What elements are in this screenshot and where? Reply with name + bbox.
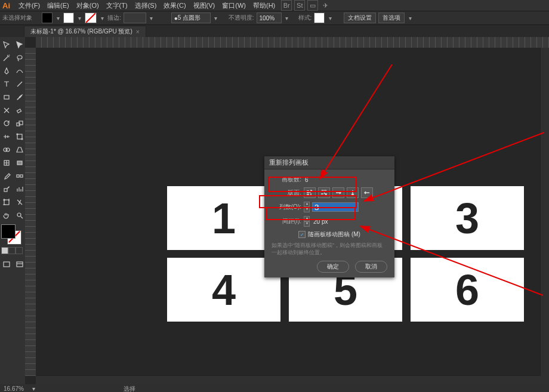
rotate-tool[interactable] [0,117,13,130]
stroke-dropdown[interactable]: ▾ [76,15,82,21]
gradient-tool[interactable] [13,156,26,169]
brush-field[interactable]: ● 5 点圆形 [171,13,211,23]
lasso-tool[interactable] [13,51,26,64]
color-modes[interactable] [1,247,26,254]
menu-type[interactable]: 文字(T) [103,1,131,10]
selection-tool[interactable] [0,38,13,51]
preferences-button[interactable]: 首选项 [378,13,405,23]
direct-selection-tool[interactable] [13,38,26,51]
pen-tool[interactable] [0,64,13,78]
svg-point-16 [17,213,21,217]
layout-rtl-button[interactable] [361,187,373,198]
artboard-count-value: 6 [305,177,309,183]
line-tool[interactable] [13,78,26,91]
width-tool[interactable] [0,130,13,143]
app-logo: Ai [2,1,10,10]
curvature-tool[interactable] [13,64,26,78]
scrollbar-horizontal[interactable] [36,375,549,384]
ruler-horizontal[interactable] [36,37,549,48]
stroke-none-icon[interactable] [85,13,97,23]
eraser-tool[interactable] [13,104,26,117]
dialog-title: 重新排列画板 [264,156,394,169]
control-bar: 未选择对象 ▾ ▾ ▾ 描边: ▾ ● 5 点圆形 ▾ 不透明度: 100% ▾… [0,11,549,25]
current-tool-label: 选择 [124,385,135,393]
artboard-1[interactable]: 1 [167,186,280,250]
menu-effect[interactable]: 效果(C) [160,1,189,10]
blend-tool[interactable] [13,169,26,183]
columns-stepper[interactable]: ▴▾ [304,202,310,212]
columns-input[interactable] [312,202,359,212]
menu-select[interactable]: 选择(S) [131,1,161,10]
scale-tool[interactable] [13,117,26,130]
menu-file[interactable]: 文件(F) [15,1,44,10]
opacity-label: 不透明度: [229,14,254,22]
free-transform-tool[interactable] [13,130,26,143]
artboard-6[interactable]: 6 [411,258,524,322]
move-artwork-checkbox[interactable]: ✓ [298,231,306,238]
layout-grid-row-button[interactable] [304,187,316,198]
fill-dropdown[interactable]: ▾ [55,15,61,21]
artboard-tool[interactable] [0,196,13,209]
send-icon[interactable]: ✈ [320,1,330,10]
ruler-vertical[interactable] [25,48,36,376]
spacing-value[interactable]: 20 px [313,218,328,225]
menu-help[interactable]: 帮助(H) [249,1,279,10]
zoom-level[interactable]: 16.67% [4,385,24,392]
symbol-sprayer-tool[interactable] [0,183,13,196]
fill-swatch[interactable] [42,13,53,23]
stroke-label: 描边: [107,14,121,22]
no-selection-label: 未选择对象 [2,14,32,22]
shape-builder-tool[interactable] [0,143,13,156]
rearrange-artboards-dialog: 重新排列画板 画板数: 6 版面: 列数(O): ▴▾ 间距(I): ▴▾ 20… [264,156,394,277]
tab-bar: 未标题-1* @ 16.67% (RGB/GPU 预览) × [0,25,549,37]
document-tab[interactable]: 未标题-1* @ 16.67% (RGB/GPU 预览) × [24,26,146,37]
layout-row-button[interactable] [332,187,344,198]
hand-tool[interactable] [0,209,13,222]
tab-close-icon[interactable]: × [136,29,140,35]
layout-col-button[interactable] [347,187,359,198]
svg-rect-1 [4,95,9,99]
svg-rect-2 [17,109,21,113]
document-setup-button[interactable]: 文档设置 [344,13,376,23]
shaper-tool[interactable] [0,104,13,117]
perspective-tool[interactable] [13,143,26,156]
menu-edit[interactable]: 编辑(E) [44,1,73,10]
eyedropper-tool[interactable] [0,169,13,183]
opacity-field[interactable]: 100% [257,13,282,23]
stock-icon[interactable]: St [294,0,305,11]
ok-button[interactable]: 确定 [317,261,349,273]
screen-mode-toggle[interactable] [13,258,26,271]
toolbar [0,37,25,384]
stroke-weight-field[interactable] [124,13,146,23]
type-tool[interactable] [0,78,13,91]
mesh-tool[interactable] [0,156,13,169]
spacing-stepper[interactable]: ▴▾ [304,216,310,227]
screen-mode-normal[interactable] [0,258,13,271]
style-swatch[interactable] [314,13,325,23]
magic-wand-tool[interactable] [0,51,13,64]
svg-rect-13 [20,175,23,177]
svg-rect-5 [17,134,22,139]
svg-point-0 [17,55,22,59]
menu-view[interactable]: 视图(V) [190,1,219,10]
layout-grid-col-button[interactable] [318,187,330,198]
rectangle-tool[interactable] [0,91,13,104]
artboard-4[interactable]: 4 [167,258,280,322]
artboard-count-label: 画板数: [272,175,301,184]
graph-tool[interactable] [13,183,26,196]
menu-window[interactable]: 窗口(W) [218,1,249,10]
paintbrush-tool[interactable] [13,91,26,104]
fill-stroke-swatch[interactable] [1,224,21,245]
scrollbar-vertical[interactable] [540,48,549,376]
svg-point-9 [6,148,10,152]
stroke-swatch[interactable] [63,13,74,23]
arrange-icon[interactable]: ▭ [307,0,318,11]
bridge-icon[interactable]: Br [281,0,292,11]
cancel-button[interactable]: 取消 [355,261,387,273]
artboard-3[interactable]: 3 [411,186,524,250]
zoom-tool[interactable] [13,209,26,222]
layout-label: 版面: [272,189,301,197]
menu-object[interactable]: 对象(O) [73,1,103,10]
slice-tool[interactable] [13,196,26,209]
dialog-help-text: 如果选中“随画板移动图稿”，则会将图稿和画板一起移动到最终位置。 [272,242,387,256]
